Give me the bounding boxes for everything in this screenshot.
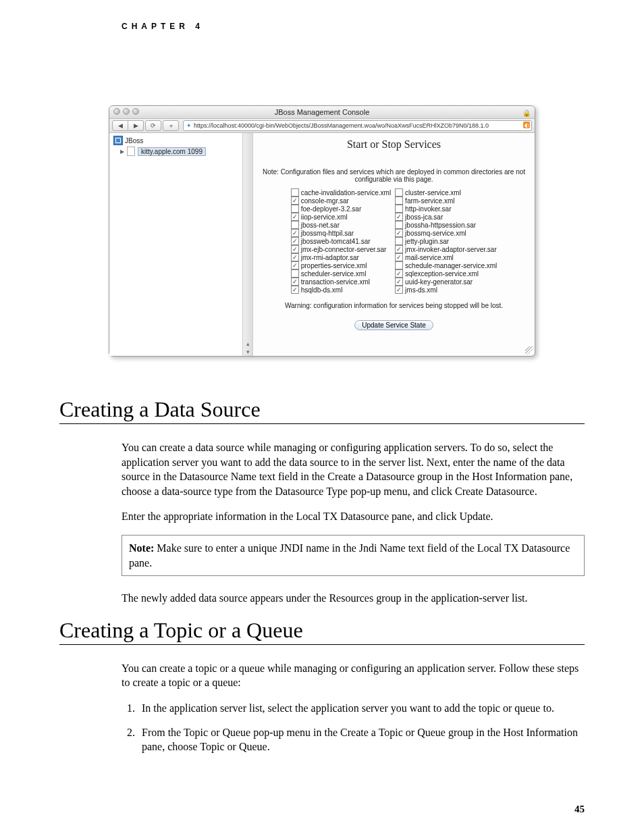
url-bar[interactable]: ✦ https://localhost:40000/cgi-bin/WebObj… <box>183 120 532 131</box>
service-label: schedule-manager-service.xml <box>405 262 497 269</box>
service-item: ✓jmx-invoker-adaptor-server.sar <box>395 245 497 253</box>
service-label: foe-deployer-3.2.sar <box>301 205 362 213</box>
content-title: Start or Stop Services <box>260 138 528 151</box>
service-checkbox[interactable]: ✓ <box>395 245 403 253</box>
service-item: ✓jms-ds.xml <box>395 286 497 294</box>
service-checkbox[interactable]: ✓ <box>291 245 299 253</box>
service-label: http-invoker.sar <box>405 205 451 213</box>
service-label: scheduler-service.xml <box>301 270 367 278</box>
service-label: properties-service.xml <box>301 262 367 269</box>
sidebar: JBoss ▶ kitty.apple.com 1099 ▴ ▾ <box>109 133 253 356</box>
embedded-screenshot: JBoss Management Console 🔒 ◀ ▶ ⟳ ＋ ✦ htt… <box>109 105 535 357</box>
service-label: mail-service.xml <box>405 254 454 261</box>
service-checkbox[interactable] <box>291 221 299 229</box>
warning-text: Warning: configuration information for s… <box>260 302 528 309</box>
service-label: jbossweb-tomcat41.sar <box>301 238 371 245</box>
steps-list: In the application server list, select t… <box>122 701 585 754</box>
service-checkbox[interactable] <box>291 188 299 197</box>
service-checkbox[interactable]: ✓ <box>291 237 299 245</box>
service-checkbox[interactable]: ✓ <box>395 253 403 261</box>
service-label: jboss-jca.sar <box>405 213 443 221</box>
sidebar-scrollbar[interactable]: ▴ ▾ <box>242 133 252 356</box>
list-item: In the application server list, select t… <box>138 701 585 716</box>
services-grid: cache-invalidation-service.xmlcluster-se… <box>291 188 498 294</box>
service-item: ✓console-mgr.sar <box>291 197 391 205</box>
tree-node-label: kitty.apple.com 1099 <box>138 147 206 156</box>
lock-icon: 🔒 <box>522 107 531 120</box>
section-rule <box>59 423 585 424</box>
service-checkbox[interactable] <box>395 205 403 213</box>
url-text: https://localhost:40000/cgi-bin/WebObjec… <box>194 122 489 129</box>
list-item: From the Topic or Queue pop-up menu in t… <box>138 725 585 754</box>
service-checkbox[interactable]: ✓ <box>395 229 403 237</box>
browser-toolbar: ◀ ▶ ⟳ ＋ ✦ https://localhost:40000/cgi-bi… <box>109 119 535 133</box>
tree-node[interactable]: ▶ kitty.apple.com 1099 <box>120 147 248 156</box>
service-checkbox[interactable]: ✓ <box>291 286 299 294</box>
service-checkbox[interactable]: ✓ <box>291 197 299 205</box>
reload-button[interactable]: ⟳ <box>145 120 161 131</box>
note-body: Make sure to enter a unique JNDI name in… <box>129 542 570 569</box>
content-pane: Start or Stop Services Note: Configurati… <box>253 133 535 356</box>
service-item: ✓jbossweb-tomcat41.sar <box>291 237 391 245</box>
rss-icon[interactable]: ◐ <box>523 122 530 128</box>
traffic-lights[interactable] <box>113 108 139 115</box>
service-label: farm-service.xml <box>405 197 454 205</box>
service-checkbox[interactable] <box>395 237 403 245</box>
service-item: ✓iiop-service.xml <box>291 213 391 221</box>
service-checkbox[interactable]: ✓ <box>291 261 299 269</box>
service-checkbox[interactable] <box>395 221 403 229</box>
service-item: jetty-plugin.sar <box>395 237 497 245</box>
favicon-icon: ✦ <box>186 122 192 129</box>
service-label: cache-invalidation-service.xml <box>301 189 391 197</box>
service-checkbox[interactable]: ✓ <box>395 213 403 221</box>
service-checkbox[interactable] <box>395 188 403 197</box>
service-label: jmx-ejb-connector-server.sar <box>301 246 387 253</box>
back-button[interactable]: ◀ <box>112 120 128 131</box>
service-checkbox[interactable] <box>291 269 299 278</box>
service-item: cache-invalidation-service.xml <box>291 188 391 197</box>
service-checkbox[interactable]: ✓ <box>291 213 299 221</box>
service-label: cluster-service.xml <box>405 189 461 197</box>
service-checkbox[interactable]: ✓ <box>291 253 299 261</box>
section-heading-topic-queue: Creating a Topic or a Queue <box>59 618 585 643</box>
service-label: console-mgr.sar <box>301 197 349 205</box>
service-item: ✓jbossmq-service.xml <box>395 229 497 237</box>
service-item: http-invoker.sar <box>395 205 497 213</box>
service-item: ✓properties-service.xml <box>291 261 391 269</box>
update-service-state-button[interactable]: Update Service State <box>354 320 433 330</box>
section-heading-data-source: Creating a Data Source <box>59 397 585 422</box>
forward-button[interactable]: ▶ <box>128 120 144 131</box>
add-button[interactable]: ＋ <box>163 120 179 131</box>
scroll-down-icon[interactable]: ▾ <box>243 348 252 356</box>
service-item: scheduler-service.xml <box>291 269 391 278</box>
service-item: ✓transaction-service.xml <box>291 278 391 286</box>
body-paragraph: The newly added data source appears unde… <box>122 591 585 606</box>
service-item: ✓jmx-ejb-connector-server.sar <box>291 245 391 253</box>
service-item: ✓sqlexception-service.xml <box>395 269 497 278</box>
service-checkbox[interactable]: ✓ <box>395 286 403 294</box>
service-label: jmx-rmi-adaptor.sar <box>301 254 359 261</box>
scroll-up-icon[interactable]: ▴ <box>243 340 252 348</box>
service-label: hsqldb-ds.xml <box>301 286 343 294</box>
service-item: ✓mail-service.xml <box>395 253 497 261</box>
resize-handle-icon[interactable] <box>525 346 533 355</box>
service-checkbox[interactable]: ✓ <box>291 278 299 286</box>
config-note: Note: Configuration files and services w… <box>260 168 528 183</box>
body-paragraph: You can create a data source while manag… <box>122 440 585 498</box>
service-label: jbossmq-service.xml <box>405 230 466 237</box>
service-checkbox[interactable]: ✓ <box>291 229 299 237</box>
service-item: ✓jboss-jca.sar <box>395 213 497 221</box>
service-item: ✓jbossmq-httpil.sar <box>291 229 391 237</box>
disclosure-triangle-icon[interactable]: ▶ <box>120 149 124 155</box>
service-checkbox[interactable] <box>291 205 299 213</box>
tree-root[interactable]: JBoss <box>113 136 248 145</box>
service-checkbox[interactable] <box>395 261 403 269</box>
note-box: Note: Make sure to enter a unique JNDI n… <box>122 535 585 576</box>
page-number: 45 <box>574 804 585 815</box>
service-checkbox[interactable]: ✓ <box>395 278 403 286</box>
running-head: CHAPTER 4 <box>122 22 585 31</box>
service-label: iiop-service.xml <box>301 213 348 221</box>
service-checkbox[interactable] <box>395 197 403 205</box>
service-label: jbossmq-httpil.sar <box>301 230 354 237</box>
service-checkbox[interactable]: ✓ <box>395 269 403 278</box>
